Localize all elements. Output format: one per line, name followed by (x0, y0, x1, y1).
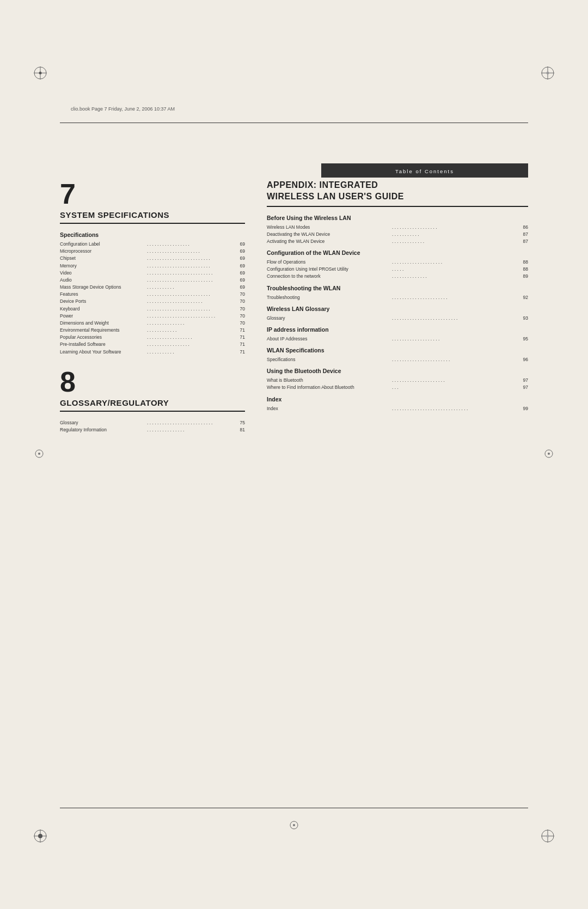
toc-entry-dots: . . . . . . . . . . . . (146, 327, 234, 334)
toc-entry-dots: . . . . . . . . . . . . . . . . . (146, 341, 234, 348)
toc-entry-dots: . . . . . . . . . . . . . . (391, 273, 517, 280)
toc-entry-page: 81 (234, 426, 245, 434)
toc-entry-dots: . . . . . . . . . . . . . . . . . . . (391, 335, 517, 343)
toc-entry-dots: . . . . . . . . . . . . . . . . . . . . … (146, 255, 234, 262)
toc-entry-page: 69 (234, 277, 245, 284)
toc-entry-label: Configuration Label (60, 241, 146, 248)
toc-entry: Device Ports . . . . . . . . . . . . . .… (60, 298, 245, 305)
toc-entry-page: 70 (234, 298, 245, 305)
right-section-1: Configuration of the WLAN Device Flow of… (267, 249, 528, 280)
footer-line (60, 808, 528, 808)
toc-entry-dots: . . . . . . . . . . . (391, 231, 517, 238)
appendix-title: APPENDIX: INTEGRATED WIRELESS LAN USER'S… (267, 180, 528, 207)
toc-entry-label: Connection to the network (267, 273, 391, 280)
svg-point-3 (39, 72, 42, 75)
section-specifications-heading: Specifications (60, 231, 245, 238)
toc-entry-page: 71 (234, 327, 245, 334)
chapter7-number: 7 (60, 180, 245, 208)
toc-entry-page: 69 (234, 241, 245, 248)
left-center-mark (34, 448, 45, 461)
toc-entry-dots: . . . . . . . . . . . . . . . . . . (146, 334, 234, 341)
toc-entry-dots: . . . (391, 384, 517, 391)
toc-entry: Memory . . . . . . . . . . . . . . . . .… (60, 263, 245, 270)
toc-entry: Wireless LAN Modes . . . . . . . . . . .… (267, 224, 528, 231)
toc-entry-page: 87 (517, 238, 528, 245)
toc-entry-label: Features (60, 291, 146, 298)
toc-entry: Deactivating the WLAN Device . . . . . .… (267, 231, 528, 238)
toc-entry-page: 70 (234, 313, 245, 320)
toc-entry-dots: . . . . . . . . . . . . . (391, 238, 517, 245)
toc-entry: Glossary . . . . . . . . . . . . . . . .… (60, 419, 245, 426)
toc-entry-page: 96 (517, 356, 528, 363)
toc-entry: Audio . . . . . . . . . . . . . . . . . … (60, 277, 245, 284)
toc-entry: Glossary . . . . . . . . . . . . . . . .… (267, 315, 528, 322)
toc-entry-dots: . . . . . . . . . . . . . . . . . . . . … (146, 313, 234, 320)
toc-entry-label: Audio (60, 277, 146, 284)
toc-entry-page: 89 (517, 273, 528, 280)
toc-entry-page: 99 (517, 405, 528, 412)
toc-entry-page: 86 (517, 224, 528, 231)
right-section-heading: Before Using the Wireless LAN (267, 215, 528, 221)
toc-entry-label: Index (267, 405, 391, 412)
toc-entry-page: 71 (234, 341, 245, 348)
toc-entry-dots: . . . . . . . . . . . . . . . . . . . . … (391, 377, 517, 384)
toc-entry: Index . . . . . . . . . . . . . . . . . … (267, 405, 528, 412)
toc-entry-page: 69 (234, 284, 245, 291)
toc-entry-label: Learning About Your Software (60, 349, 146, 356)
toc-entry-label: Regulatory Information (60, 426, 146, 434)
toc-entry-dots: . . . . . . . . . . . . . . . . . . . . … (391, 405, 517, 412)
toc-entry: Mass Storage Device Options . . . . . . … (60, 284, 245, 291)
toc-entry-page: 71 (234, 334, 245, 341)
right-section-0: Before Using the Wireless LAN Wireless L… (267, 215, 528, 246)
toc-entry-page: 69 (234, 255, 245, 262)
right-section-heading: Wireless LAN Glossary (267, 306, 528, 312)
toc-entry-label: Mass Storage Device Options (60, 284, 146, 291)
toc-entry-label: About IP Addresses (267, 335, 391, 343)
toc-entry-label: Glossary (60, 419, 146, 426)
right-section-heading: IP address information (267, 326, 528, 333)
toc-entry-label: Wireless LAN Modes (267, 224, 391, 231)
toc-entry-dots: . . . . . . . . . . . . . . . . . . . . … (146, 270, 234, 277)
toc-entry-page: 69 (234, 270, 245, 277)
right-section-heading: Index (267, 396, 528, 402)
toc-entry: Configuration Label . . . . . . . . . . … (60, 241, 245, 248)
toc-entry-page: 70 (234, 306, 245, 313)
right-sections: Before Using the Wireless LAN Wireless L… (267, 215, 528, 412)
bottom-center-mark (289, 820, 299, 833)
svg-point-17 (293, 824, 295, 826)
content-area: 7 SYSTEM SPECIFICATIONS Specifications C… (60, 180, 528, 789)
chapter7-title: SYSTEM SPECIFICATIONS (60, 210, 245, 224)
toc-entry-dots: . . . . . . . . . . . . . . . (146, 320, 234, 327)
toc-entry-page: 97 (517, 384, 528, 391)
toc-entry-label: Popular Accessories (60, 334, 146, 341)
right-section-4: IP address information About IP Addresse… (267, 326, 528, 343)
toc-entry-label: Chipset (60, 255, 146, 262)
svg-point-11 (38, 834, 42, 838)
toc-entry-label: What is Bluetooth (267, 377, 391, 384)
toc-entry: Features . . . . . . . . . . . . . . . .… (60, 291, 245, 298)
toc-entry: Popular Accessories . . . . . . . . . . … (60, 334, 245, 341)
right-section-7: Index Index . . . . . . . . . . . . . . … (267, 396, 528, 412)
toc-entry-dots: . . . . . . . . . . . . . . . (146, 426, 234, 434)
toc-entry-page: 93 (517, 315, 528, 322)
toc-entry-dots: . . . . . . . . . . . . . . . . . . . . … (146, 419, 234, 426)
right-section-heading: WLAN Specifications (267, 347, 528, 353)
toc-entry-page: 97 (517, 377, 528, 384)
toc-entry: About IP Addresses . . . . . . . . . . .… (267, 335, 528, 343)
toc-entry-page: 70 (234, 320, 245, 327)
toc-header-bar: Table of Contents (321, 163, 528, 178)
toc-entry: Configuration Using Intel PROSet Utility… (267, 266, 528, 273)
right-section-heading: Troubleshooting the WLAN (267, 285, 528, 291)
toc-entry-page: 88 (517, 266, 528, 273)
chapter8-title: GLOSSARY/REGULATORY (60, 398, 245, 412)
toc-entry-label: Troubleshooting (267, 294, 391, 301)
toc-entry-dots: . . . . . . . . . . . . . . . . . . . . … (391, 294, 517, 301)
reg-mark-tl (33, 65, 48, 81)
toc-entry-label: Flow of Operations (267, 259, 391, 266)
reg-mark-bl (33, 828, 48, 844)
toc-entry-label: Configuration Using Intel PROSet Utility (267, 266, 391, 273)
toc-entry-dots: . . . . . . . . . . . . . . . . . . . . … (391, 315, 517, 322)
header-meta: clio.book Page 7 Friday, June 2, 2006 10… (71, 106, 175, 112)
toc-entry: What is Bluetooth . . . . . . . . . . . … (267, 377, 528, 384)
right-column: APPENDIX: INTEGRATED WIRELESS LAN USER'S… (261, 180, 528, 789)
